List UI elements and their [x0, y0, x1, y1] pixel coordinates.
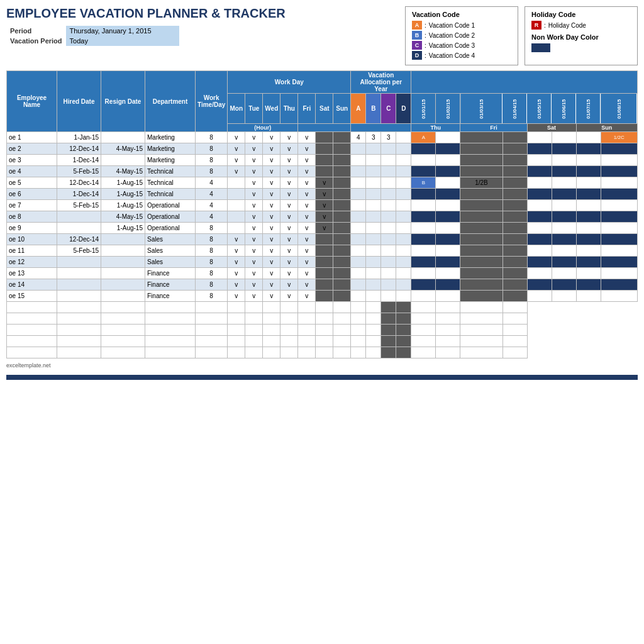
table-cell — [396, 279, 411, 291]
empty-cell — [333, 325, 351, 336]
table-cell — [396, 155, 411, 166]
table-row: oe 1012-Dec-14Sales8vvvvv — [7, 234, 638, 245]
table-cell: oe 8 — [7, 211, 57, 223]
table-cell — [527, 268, 552, 279]
table-cell — [601, 211, 637, 223]
table-cell: oe 12 — [7, 257, 57, 268]
empty-cell — [411, 325, 436, 336]
table-cell — [316, 155, 333, 166]
table-cell — [502, 245, 527, 257]
empty-cell — [263, 347, 280, 358]
table-cell: v — [316, 200, 333, 211]
vacation-legend-row-b: B : Vacation Code 2 — [412, 31, 511, 40]
table-row: oe 212-Dec-144-May-15Marketing8vvvvv — [7, 143, 638, 155]
table-cell — [527, 200, 552, 211]
table-cell: 4 — [351, 132, 366, 143]
table-cell — [351, 200, 366, 211]
table-cell — [366, 189, 381, 200]
table-cell — [57, 291, 101, 302]
table-cell — [316, 166, 333, 177]
table-cell: v — [228, 143, 245, 155]
table-cell: oe 13 — [7, 268, 57, 279]
holiday-legend-title: Holiday Code — [531, 11, 631, 18]
table-cell — [460, 132, 502, 143]
table-row: oe 13Finance8vvvvv — [7, 268, 638, 279]
empty-cell — [263, 302, 280, 313]
table-cell: 1-Aug-15 — [101, 223, 145, 234]
th-wed: Wed — [263, 94, 280, 124]
non-work-section: Non Work Day Color — [531, 33, 631, 53]
empty-cell — [366, 313, 381, 325]
table-cell: Marketing — [145, 143, 196, 155]
table-body: oe 11-Jan-15Marketing8vvvvv433A1/2Coe 21… — [7, 132, 638, 358]
empty-cell — [245, 347, 263, 358]
table-cell — [381, 211, 396, 223]
table-cell — [316, 279, 333, 291]
table-cell: v — [228, 279, 245, 291]
table-cell — [411, 223, 436, 234]
empty-cell — [101, 313, 145, 325]
empty-cell — [366, 347, 381, 358]
table-cell — [396, 189, 411, 200]
table-cell — [502, 132, 527, 143]
table-cell — [316, 234, 333, 245]
table-cell — [502, 177, 527, 189]
empty-cell — [316, 336, 333, 347]
table-cell: 4 — [196, 211, 228, 223]
table-cell — [552, 257, 576, 268]
table-cell — [601, 291, 637, 302]
table-cell — [333, 177, 351, 189]
table-cell: Operational — [145, 223, 196, 234]
empty-cell — [57, 313, 101, 325]
vacation-period-label: Vacation Period — [6, 36, 66, 46]
th-dates — [411, 71, 638, 94]
table-cell — [502, 143, 527, 155]
empty-cell — [396, 302, 411, 313]
th-date-07: 01/07/15 — [576, 94, 601, 124]
th-alloc-a: A — [351, 94, 366, 124]
table-cell — [316, 143, 333, 155]
th-date-05: 01/05/15 — [527, 94, 552, 124]
table-cell — [552, 155, 576, 166]
empty-cell — [57, 336, 101, 347]
badge-b: B — [412, 31, 422, 40]
table-cell — [601, 257, 637, 268]
table-cell — [396, 143, 411, 155]
table-cell — [576, 189, 601, 200]
table-cell — [351, 143, 366, 155]
table-cell — [552, 177, 576, 189]
empty-cell — [502, 313, 527, 325]
table-cell: 3 — [381, 132, 396, 143]
table-cell — [228, 223, 245, 234]
th-workday-span2 — [298, 124, 351, 132]
th-resign-date: Resign Date — [101, 71, 145, 132]
header-section: EMPLOYEE VACATION PLANNER & TRACKER Peri… — [6, 6, 638, 65]
th-date-sub-sat: Sat — [527, 124, 576, 132]
table-cell — [552, 245, 576, 257]
table-cell — [381, 189, 396, 200]
table-cell — [527, 211, 552, 223]
table-cell: Finance — [145, 291, 196, 302]
th-date-08: 01/08/15 — [601, 94, 637, 124]
empty-cell — [411, 347, 436, 358]
table-cell: v — [316, 189, 333, 200]
table-cell — [381, 279, 396, 291]
table-row-empty — [7, 347, 638, 358]
table-cell: v — [316, 223, 333, 234]
table-cell: v — [245, 268, 263, 279]
empty-cell — [502, 336, 527, 347]
table-cell: oe 10 — [7, 234, 57, 245]
empty-cell — [351, 313, 366, 325]
table-cell — [436, 143, 460, 155]
table-cell — [101, 257, 145, 268]
table-cell: v — [228, 257, 245, 268]
table-cell — [576, 143, 601, 155]
table-cell: Marketing — [145, 132, 196, 143]
table-cell — [436, 279, 460, 291]
table-cell: v — [263, 132, 280, 143]
table-cell — [552, 268, 576, 279]
table-cell — [436, 245, 460, 257]
table-cell: v — [298, 189, 316, 200]
table-cell: v — [316, 211, 333, 223]
table-cell — [411, 268, 436, 279]
